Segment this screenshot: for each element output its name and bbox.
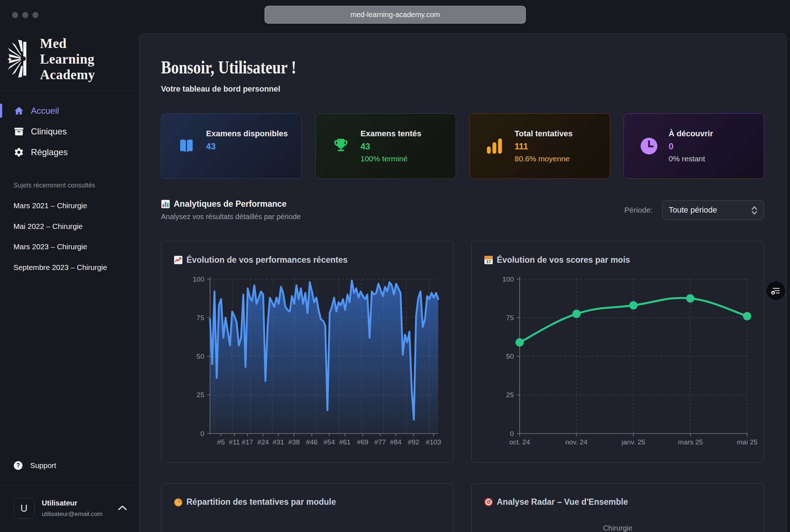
svg-text:0: 0 (200, 430, 204, 438)
svg-text:#31: #31 (273, 438, 284, 446)
svg-text:25: 25 (506, 391, 514, 399)
svg-text:#61: #61 (339, 438, 351, 446)
svg-text:#103: #103 (426, 438, 441, 446)
svg-text:janv. 25: janv. 25 (621, 438, 645, 446)
svg-text:#69: #69 (357, 438, 368, 446)
svg-text:mai 25: mai 25 (737, 438, 757, 446)
svg-text:oct. 24: oct. 24 (509, 438, 530, 446)
svg-text:75: 75 (197, 314, 204, 322)
svg-text:100: 100 (193, 275, 204, 283)
svg-text:75: 75 (506, 314, 514, 322)
svg-text:0: 0 (510, 430, 514, 438)
svg-text:#46: #46 (306, 438, 318, 446)
svg-text:#77: #77 (374, 438, 386, 446)
svg-text:100: 100 (502, 275, 514, 283)
svg-text:50: 50 (197, 352, 204, 360)
svg-text:mars 25: mars 25 (678, 438, 703, 446)
svg-text:#5: #5 (217, 438, 225, 446)
svg-text:#92: #92 (408, 438, 419, 446)
svg-text:#17: #17 (242, 438, 253, 446)
svg-text:#54: #54 (323, 438, 335, 446)
svg-text:nov. 24: nov. 24 (565, 438, 588, 446)
svg-text:#38: #38 (288, 438, 300, 446)
svg-text:#11: #11 (229, 438, 240, 446)
svg-text:#24: #24 (257, 438, 269, 446)
svg-text:25: 25 (197, 391, 204, 399)
svg-text:#84: #84 (390, 438, 402, 446)
svg-text:50: 50 (506, 352, 514, 360)
